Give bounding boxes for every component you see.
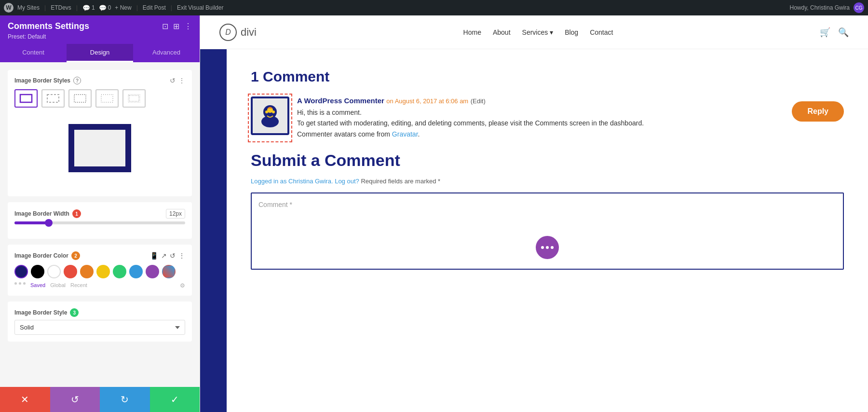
comment-author: A WordPress Commenter [297, 96, 384, 105]
gravatar-link[interactable]: Gravatar [392, 130, 418, 138]
logged-in-text: Logged in as Christina Gwira. Log out? R… [251, 178, 844, 185]
help-icon[interactable]: ? [73, 77, 81, 84]
swatch-red[interactable] [64, 265, 77, 278]
svg-rect-1 [47, 95, 59, 102]
swatch-blue[interactable] [129, 265, 143, 278]
new-content-link[interactable]: + New [115, 4, 131, 11]
nav-contact[interactable]: Contact [590, 28, 613, 36]
tab-design[interactable]: Design [67, 44, 133, 62]
panel-more-icon[interactable]: ⋮ [184, 22, 192, 31]
border-style-select[interactable]: Solid Dashed Dotted Double Groove [14, 320, 185, 335]
user-avatar[interactable]: CG [854, 2, 864, 13]
border-preview-image [68, 124, 131, 172]
border-style-dropdown-label: Image Border Style 3 [14, 308, 185, 317]
nav-blog[interactable]: Blog [565, 28, 578, 36]
more-color-btn[interactable]: ⋮ [178, 252, 185, 260]
panel-tabs: Content Design Advanced [0, 44, 200, 62]
border-width-value: 12px [166, 209, 185, 219]
swatch-green[interactable] [113, 265, 126, 278]
panel-resize-icon[interactable]: ⊡ [162, 22, 168, 31]
comment-edit-link[interactable]: (Edit) [471, 97, 486, 105]
cancel-button[interactable]: ✕ [0, 387, 50, 412]
wp-logo-icon[interactable]: W [4, 3, 14, 13]
save-button[interactable]: ✓ [150, 387, 200, 412]
border-width-label: Image Border Width 1 [14, 209, 81, 218]
tab-advanced[interactable]: Advanced [133, 44, 200, 62]
preset-selector[interactable]: Preset: Default [8, 33, 192, 40]
comment-placeholder: Comment * [258, 201, 292, 208]
cursor-btn[interactable]: ↗ [161, 252, 167, 260]
border-style-dotted2-btn[interactable] [122, 89, 146, 108]
et-devs-link[interactable]: ETDevs [51, 4, 71, 11]
reset-color-btn[interactable]: ↺ [170, 252, 176, 260]
nav-icons: 🛒 🔍 [820, 27, 849, 38]
more-border-style-btn[interactable]: ⋮ [178, 77, 185, 84]
mobile-preview-btn[interactable]: 📱 [150, 252, 158, 260]
swatch-orange[interactable] [80, 265, 94, 278]
reset-border-style-btn[interactable]: ↺ [170, 77, 176, 84]
submit-comment-title: Submit a Comment [251, 151, 844, 170]
nav-home[interactable]: Home [463, 28, 481, 36]
svg-rect-0 [20, 95, 32, 102]
swatch-white[interactable] [47, 265, 61, 278]
panel-grid-icon[interactable]: ⊞ [173, 22, 179, 31]
swatch-gradient[interactable] [162, 265, 176, 278]
logged-in-user-link[interactable]: Logged in as Christina Gwira. [251, 178, 333, 185]
global-tab[interactable]: Global [50, 282, 66, 289]
border-style-dashed2-btn[interactable] [68, 89, 92, 108]
dot-1 [541, 246, 544, 249]
comment-avatar [251, 96, 289, 135]
nav-about[interactable]: About [493, 28, 511, 36]
site-navigation: D divi Home About Services ▾ Blog Contac… [200, 15, 868, 49]
exit-visual-builder-link[interactable]: Exit Visual Builder [177, 4, 224, 11]
border-color-label: Image Border Color 2 [14, 251, 80, 260]
my-sites-link[interactable]: My Sites [17, 4, 40, 11]
border-width-badge: 1 [72, 209, 81, 218]
dot-3 [551, 246, 554, 249]
recent-tab[interactable]: Recent [70, 282, 87, 289]
swatch-purple[interactable] [146, 265, 159, 278]
panel-header: Comments Settings ⊡ ⊞ ⋮ Preset: Default [0, 15, 200, 44]
comment-textarea-wrap: Comment * [251, 192, 844, 270]
edit-post-link[interactable]: Edit Post [143, 4, 166, 11]
swatch-tab-row: Saved Global Recent ⚙ [14, 282, 185, 289]
comment-body: A WordPress Commenter on August 6, 2017 … [297, 96, 844, 139]
panel-body: Image Border Styles ? ↺ ⋮ [0, 62, 200, 387]
search-icon[interactable]: 🔍 [838, 27, 849, 38]
border-style-options [14, 89, 185, 108]
comment-item: A WordPress Commenter on August 6, 2017 … [251, 96, 844, 139]
border-style-solid-btn[interactable] [14, 89, 38, 108]
nav-services[interactable]: Services ▾ [522, 28, 554, 36]
cart-icon[interactable]: 🛒 [820, 27, 830, 38]
redo-button[interactable]: ↻ [100, 387, 150, 412]
reply-button[interactable]: Reply [792, 101, 844, 122]
svg-rect-2 [74, 95, 86, 102]
discussion-count: 0 [108, 4, 111, 11]
howdy-text: Howdy, Christina Gwira [790, 4, 850, 11]
admin-bar: W My Sites | ETDevs | 💬 1 💬 0 + New | Ed… [0, 0, 868, 15]
panel-bottom-actions: ✕ ↺ ↻ ✓ [0, 387, 200, 412]
swatch-dark-blue[interactable] [14, 265, 28, 278]
logo-text: divi [241, 26, 257, 39]
undo-button[interactable]: ↺ [50, 387, 100, 412]
comments-count: 1 [92, 4, 95, 11]
floating-dots-button[interactable] [536, 236, 559, 259]
tab-content[interactable]: Content [0, 44, 67, 62]
border-width-slider[interactable] [14, 221, 185, 224]
comments-settings-panel: Comments Settings ⊡ ⊞ ⋮ Preset: Default … [0, 15, 200, 412]
site-logo: D divi [219, 24, 257, 41]
saved-tab[interactable]: Saved [30, 282, 45, 289]
logo-circle: D [219, 24, 237, 41]
border-preview-box [14, 114, 185, 182]
comment-date: on August 6, 2017 at 6:06 am [386, 97, 468, 105]
logout-link[interactable]: Log out? [335, 178, 359, 185]
border-style-dashed1-btn[interactable] [41, 89, 65, 108]
swatch-settings-icon[interactable]: ⚙ [180, 282, 185, 289]
swatch-black[interactable] [31, 265, 44, 278]
site-preview: D divi Home About Services ▾ Blog Contac… [200, 15, 868, 412]
border-style-dotted1-btn[interactable] [95, 89, 119, 108]
content-main: 1 Comment [227, 49, 868, 412]
dot-2 [546, 246, 549, 249]
panel-title: Comments Settings [8, 21, 89, 31]
swatch-yellow[interactable] [96, 265, 110, 278]
